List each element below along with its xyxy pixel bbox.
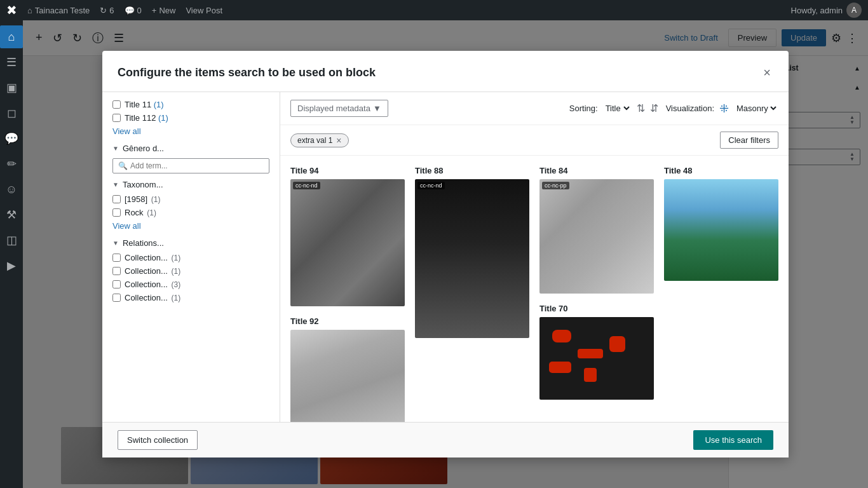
revision-item[interactable]: ↻ 6 <box>100 6 114 15</box>
filter-rock-checkbox[interactable] <box>112 208 121 217</box>
sidebar-item-misc[interactable]: ▶ <box>0 254 23 277</box>
sorting-select[interactable]: Title <box>603 103 632 114</box>
use-search-button[interactable]: Use this search <box>693 430 773 450</box>
item-image-48[interactable] <box>664 179 778 281</box>
filter-tag-remove-button[interactable]: × <box>336 136 341 145</box>
item-image-88[interactable]: cc-nc-nd <box>415 179 529 338</box>
filter-1958-label: [1958] (1) <box>125 194 160 204</box>
comment-icon: 💬 <box>125 6 135 15</box>
item-title-70: Title 70 <box>539 304 654 313</box>
filter-rock: Rock (1) <box>112 208 269 217</box>
chevron-down-icon: ▼ <box>373 104 381 113</box>
filter-collection-1: Collection... (1) <box>112 253 269 262</box>
sidebar-item-media[interactable]: ▣ <box>0 76 23 99</box>
list-item: Title 48 <box>664 166 778 281</box>
filter-collection-1-checkbox[interactable] <box>112 254 121 262</box>
filter-title-11-checkbox[interactable] <box>112 100 121 109</box>
item-image-70[interactable] <box>539 317 654 400</box>
filter-genero-section-header[interactable]: ▼ Gênero d... <box>112 144 269 153</box>
sidebar-item-comments[interactable]: 💬 <box>0 127 23 150</box>
editor-area: + ↺ ↻ ⓘ ☰ Switch to Draft Preview Update… <box>23 20 868 488</box>
site-name-item[interactable]: ⌂ Tainacan Teste <box>27 6 90 15</box>
sidebar-item-home[interactable]: ⌂ <box>0 25 23 48</box>
item-title-88: Title 88 <box>415 166 529 175</box>
filter-taxonom-section-header[interactable]: ▼ Taxonom... <box>112 180 269 189</box>
filter-collection-3-label: Collection... (3) <box>125 280 180 289</box>
filter-title-112: Title 112 (1) <box>112 113 269 123</box>
list-item: Title 70 <box>539 304 654 400</box>
items-grid: Title 94 cc-nc-nd Title 92 <box>280 156 789 422</box>
sidebar-item-tools[interactable]: ✏ <box>0 152 23 175</box>
filter-title-112-checkbox[interactable] <box>112 114 121 122</box>
dialog-overlay: Configure the items search to be used on… <box>23 20 868 488</box>
filter-genero-search-input[interactable] <box>130 161 264 170</box>
comment-count: 0 <box>137 6 142 15</box>
filter-genero-search[interactable]: 🔍 <box>112 158 269 173</box>
avatar[interactable]: A <box>846 3 862 18</box>
visualization-area: Visualization: ⁜ Masonry <box>666 102 778 116</box>
comment-item[interactable]: 💬 0 <box>125 6 142 15</box>
wp-logo-icon: ✖ <box>6 3 17 18</box>
wp-sidebar: ⌂ ☰ ▣ ◻ 💬 ✏ ☺ ⚒ ◫ ▶ <box>0 20 23 488</box>
site-name: Tainacan Teste <box>35 6 90 15</box>
modal: Configure the items search to be used on… <box>102 51 789 458</box>
filter-collection-4-checkbox[interactable] <box>112 294 121 302</box>
filter-title-11-label: Title 11 (1) <box>125 100 164 109</box>
active-filters-bar: extra val 1 × Clear filters <box>280 125 789 156</box>
displayed-metadata-dropdown[interactable]: Displayed metadata ▼ <box>290 100 388 117</box>
sort-asc-icon[interactable]: ⇅ <box>637 102 645 114</box>
item-image-84[interactable]: cc-nc-pp <box>539 179 654 294</box>
sidebar-item-posts[interactable]: ☰ <box>0 51 23 74</box>
howdy-text: Howdy, admin <box>791 6 843 15</box>
item-title-84: Title 84 <box>539 166 654 175</box>
filter-collection-2-checkbox[interactable] <box>112 267 121 275</box>
visualization-label: Visualization: <box>666 104 714 113</box>
filter-collection-2: Collection... (1) <box>112 266 269 276</box>
clear-filters-button[interactable]: Clear filters <box>720 132 778 149</box>
modal-header: Configure the items search to be used on… <box>102 51 789 92</box>
arrow-down-2-icon: ▼ <box>112 181 119 188</box>
filter-relations-section-header[interactable]: ▼ Relations... <box>112 238 269 248</box>
sidebar-item-settings[interactable]: ⚒ <box>0 203 23 226</box>
filter-collection-4-label: Collection... (1) <box>125 293 180 302</box>
grid-view-icon[interactable]: ⁜ <box>719 102 729 116</box>
cc-badge-84: cc-nc-pp <box>542 182 569 189</box>
howdy-section: Howdy, admin A <box>791 3 862 18</box>
item-image-94[interactable]: cc-nc-nd <box>290 179 405 306</box>
list-item: Title 92 <box>290 316 405 422</box>
sort-desc-icon[interactable]: ⇵ <box>650 102 658 114</box>
filter-tag-extra-val-1: extra val 1 × <box>290 133 349 147</box>
item-image-92[interactable] <box>290 330 405 422</box>
new-item[interactable]: + New <box>152 6 176 15</box>
sidebar-item-pages[interactable]: ◻ <box>0 102 23 125</box>
switch-collection-button[interactable]: Switch collection <box>118 430 198 450</box>
filter-collection-1-label: Collection... (1) <box>125 253 180 262</box>
sorting-area: Sorting: Title ⇅ ⇵ <box>569 102 658 114</box>
filter-1958-checkbox[interactable] <box>112 195 121 203</box>
filter-title-112-label: Title 112 (1) <box>125 113 168 123</box>
filter-view-all-link[interactable]: View all <box>112 126 269 136</box>
sidebar-item-plugins[interactable]: ◫ <box>0 229 23 252</box>
content-toolbar: Displayed metadata ▼ Sorting: Title ⇅ ⇵ <box>280 92 789 125</box>
visualization-select[interactable]: Masonry <box>734 103 778 114</box>
filter-relations-label: Relations... <box>123 238 164 248</box>
sidebar-item-users[interactable]: ☺ <box>0 178 23 201</box>
filter-taxonom-view-all[interactable]: View all <box>112 221 269 231</box>
item-title-92: Title 92 <box>290 316 405 326</box>
arrow-down-icon: ▼ <box>112 145 119 152</box>
modal-body: Title 11 (1) Title 112 (1) View all ▼ Gê… <box>102 92 789 422</box>
filter-collection-3-checkbox[interactable] <box>112 280 121 288</box>
admin-bar: ✖ ⌂ Tainacan Teste ↻ 6 💬 0 + New View Po… <box>0 0 868 20</box>
modal-footer: Switch collection Use this search <box>102 422 789 458</box>
list-item: Title 94 cc-nc-nd <box>290 166 405 306</box>
filter-title-11: Title 11 (1) <box>112 100 269 109</box>
list-item: Title 84 cc-nc-pp <box>539 166 654 294</box>
sorting-label: Sorting: <box>569 104 598 113</box>
cc-badge-94: cc-nc-nd <box>293 182 320 189</box>
modal-close-button[interactable]: × <box>761 64 773 81</box>
new-label: New <box>159 6 175 15</box>
list-item: Title 88 cc-nc-nd <box>415 166 529 338</box>
filter-genero-label: Gênero d... <box>123 144 164 153</box>
view-post-item[interactable]: View Post <box>186 6 222 15</box>
item-title-94: Title 94 <box>290 166 405 175</box>
